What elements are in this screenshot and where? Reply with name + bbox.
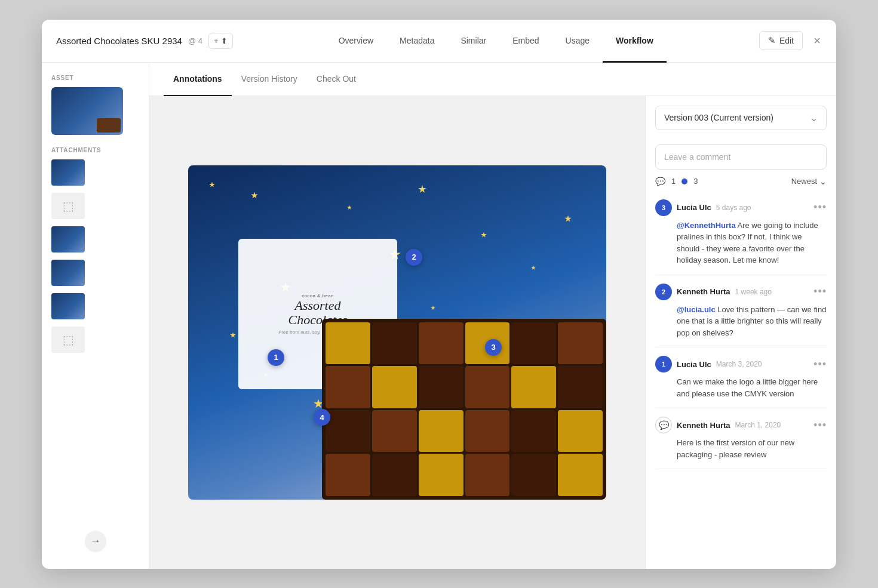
chocolate-piece xyxy=(419,366,463,408)
tab-similar[interactable]: Similar xyxy=(447,20,499,63)
more-options-button[interactable]: ••• xyxy=(813,419,827,432)
chocolate-piece xyxy=(511,410,556,452)
document-icon: ⬚ xyxy=(63,333,74,347)
avatar: 💬 xyxy=(655,417,672,433)
more-options-button[interactable]: ••• xyxy=(813,358,827,371)
comments-filter-row: 💬 1 3 Newest ⌄ xyxy=(646,177,836,191)
avatar: 1 xyxy=(655,356,672,372)
chocolate-piece xyxy=(372,322,417,364)
avatar: 2 xyxy=(655,284,672,300)
asset-name: Assorted Chocolates SKU 2934 xyxy=(56,36,182,46)
comment-item: 💬 Kenneth Hurta March 1, 2020 ••• Here i… xyxy=(655,408,827,469)
attachment-thumbnail xyxy=(51,293,85,319)
comment-time: 5 days ago xyxy=(716,204,751,212)
chocolate-piece xyxy=(558,366,603,408)
comment-input[interactable]: Leave a comment xyxy=(655,144,827,170)
asset-thumb-img xyxy=(51,87,123,135)
pencil-icon: ✎ xyxy=(768,35,776,46)
upload-icon: ⬆ xyxy=(221,36,228,45)
comments-panel: Version 003 (Current version) ⌄ Leave a … xyxy=(645,96,836,569)
star-decoration xyxy=(230,333,236,338)
nav-tabs: Overview Metadata Similar Embed Usage Wo… xyxy=(233,20,759,62)
asset-thumbnail[interactable] xyxy=(51,87,123,135)
version-selector[interactable]: Version 003 (Current version) ⌄ xyxy=(655,106,827,130)
annotation-pin-2[interactable]: 2 xyxy=(406,249,422,266)
chocolate-piece xyxy=(511,322,556,364)
tab-metadata[interactable]: Metadata xyxy=(386,20,447,63)
tab-usage[interactable]: Usage xyxy=(552,20,603,63)
list-item[interactable]: ⬚ xyxy=(51,327,139,353)
version-label: Version 003 (Current version) xyxy=(664,113,773,122)
chocolate-box-background: cocoa & bean AssortedChocolates Free fro… xyxy=(188,165,606,500)
thumb-choc-box xyxy=(97,118,121,133)
main-layout: ASSET ATTACHMENTS ⬚ xyxy=(42,63,836,569)
tab-annotations[interactable]: Annotations xyxy=(164,63,232,96)
comment-header: 2 Kenneth Hurta 1 week ago ••• xyxy=(655,284,827,300)
chocolate-piece xyxy=(558,410,603,452)
sub-tabs: Annotations Version History Check Out xyxy=(149,63,836,96)
annotation-pin-3[interactable]: 3 xyxy=(485,339,502,356)
comment-body: Here is the first version of our new pac… xyxy=(655,437,827,460)
annotation-pin-1[interactable]: 1 xyxy=(268,349,284,366)
star-decoration xyxy=(481,232,487,238)
asset-section-label: ASSET xyxy=(51,75,139,81)
annotation-count: 3 xyxy=(693,177,698,186)
chocolate-piece xyxy=(419,322,463,364)
forward-button[interactable]: → xyxy=(85,531,106,552)
comment-time: March 3, 2020 xyxy=(716,360,762,368)
list-item[interactable] xyxy=(51,159,139,186)
chocolate-piece xyxy=(558,454,603,495)
chevron-down-icon: ⌄ xyxy=(810,112,818,124)
tab-check-out[interactable]: Check Out xyxy=(307,63,366,96)
comment-body: Can we make the logo a little bigger her… xyxy=(655,376,827,399)
chocolate-piece xyxy=(326,322,370,364)
mention-tag: @lucia.ulc xyxy=(677,305,716,314)
edit-label: Edit xyxy=(779,36,794,45)
attachment-thumbnail xyxy=(51,226,85,253)
star-decoration xyxy=(251,192,258,199)
content-area: Annotations Version History Check Out xyxy=(149,63,836,569)
add-button[interactable]: + ⬆ xyxy=(208,33,233,49)
comment-header: 💬 Kenneth Hurta March 1, 2020 ••• xyxy=(655,417,827,433)
comment-header: 3 Lucia Ulc 5 days ago ••• xyxy=(655,199,827,216)
more-options-button[interactable]: ••• xyxy=(813,285,827,298)
comment-author: Lucia Ulc xyxy=(677,360,711,369)
list-item[interactable] xyxy=(51,293,139,319)
comment-body: @lucia.ulc Love this pattern — can we fi… xyxy=(655,304,827,339)
comment-placeholder: Leave a comment xyxy=(664,152,730,162)
edit-button[interactable]: ✎ Edit xyxy=(759,31,803,50)
tab-version-history[interactable]: Version History xyxy=(232,63,307,96)
more-options-button[interactable]: ••• xyxy=(813,201,827,214)
image-panel: cocoa & bean AssortedChocolates Free fro… xyxy=(149,96,645,569)
list-item[interactable] xyxy=(51,226,139,253)
tab-workflow[interactable]: Workflow xyxy=(603,20,667,63)
app-window: Assorted Chocolates SKU 2934 @ 4 + ⬆ Ove… xyxy=(42,20,836,569)
comment-author: Kenneth Hurta xyxy=(677,287,730,296)
star-decoration xyxy=(418,185,426,193)
chocolate-piece xyxy=(511,454,556,495)
filter-left: 💬 1 3 xyxy=(655,177,698,186)
chocolate-piece xyxy=(419,454,463,495)
comment-count: 1 xyxy=(671,177,676,186)
tab-overview[interactable]: Overview xyxy=(326,20,386,63)
comment-body: @KennethHurta Are we going to include pr… xyxy=(655,220,827,266)
chevron-down-icon: ⌄ xyxy=(819,177,827,186)
plus-icon: + xyxy=(214,36,219,45)
sort-dropdown[interactable]: Newest ⌄ xyxy=(791,177,827,186)
tab-embed[interactable]: Embed xyxy=(499,20,552,63)
asset-actions: @ 4 + ⬆ xyxy=(188,33,233,49)
sort-label: Newest xyxy=(791,177,817,186)
comment-item: 1 Lucia Ulc March 3, 2020 ••• Can we mak… xyxy=(655,347,827,408)
sidebar: ASSET ATTACHMENTS ⬚ xyxy=(42,63,149,569)
list-item[interactable] xyxy=(51,260,139,286)
avatar: 3 xyxy=(655,199,672,216)
main-image: cocoa & bean AssortedChocolates Free fro… xyxy=(188,165,606,500)
close-button[interactable]: × xyxy=(808,31,827,50)
star-decoration xyxy=(209,182,215,188)
attachments-section: ATTACHMENTS ⬚ xyxy=(51,147,139,353)
list-item[interactable]: ⬚ xyxy=(51,193,139,219)
star-decoration xyxy=(564,216,572,223)
star-decoration xyxy=(531,266,536,270)
attachments-list: ⬚ ⬚ xyxy=(51,159,139,353)
comment-author: Kenneth Hurta xyxy=(677,421,730,430)
